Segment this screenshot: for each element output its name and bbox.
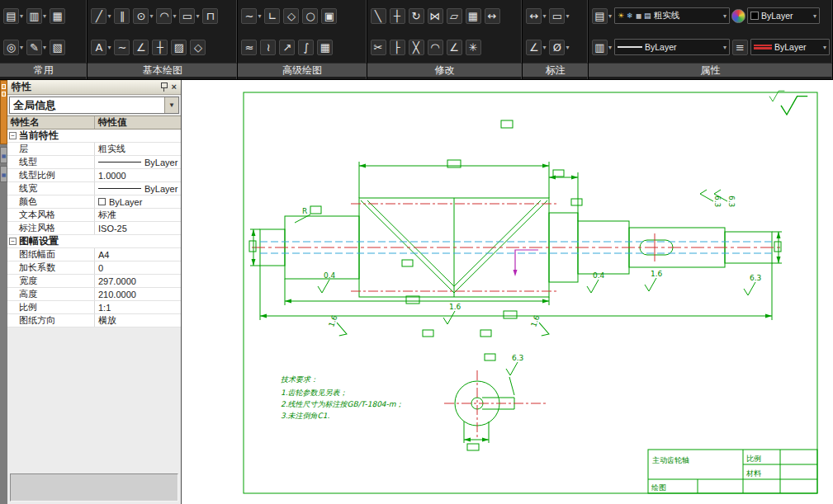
polygon-button[interactable]: ◇ [282,7,300,25]
dropdown-arrow-icon[interactable]: ▾ [107,12,111,20]
ribbon-group-label-dimension[interactable]: 标注 [523,63,588,77]
clipboard-button[interactable]: ▦ [49,7,66,25]
lineweight-button[interactable]: ≡ [731,39,749,56]
parallel-line-button[interactable]: ∥ [113,7,130,25]
property-row-scale[interactable]: 比例 1:1 [7,301,181,314]
ribbon-group-label-modify[interactable]: 修改 [367,63,523,77]
dropdown-arrow-icon[interactable]: ▾ [258,12,261,20]
sheet-set-button[interactable]: ▧ [49,39,66,56]
arrow-button[interactable]: ↗ [278,39,296,56]
formula-button[interactable]: ∫ [297,39,315,56]
mirror-button[interactable]: ⋈ [427,7,444,25]
property-group-header-current[interactable]: − 当前特性 [7,130,181,143]
collapse-icon[interactable]: − [9,238,17,245]
dropdown-arrow-icon[interactable]: ▾ [723,44,727,51]
stretch-button[interactable]: ↔ [484,7,501,25]
property-row-orientation[interactable]: 图纸方向 横放 [7,314,181,327]
layers-button[interactable]: ▤▾ [591,7,613,25]
dropdown-arrow-icon[interactable]: ▾ [608,12,612,20]
rotate-button[interactable]: ↻ [408,7,425,25]
chamfer-button[interactable]: ∠ [132,39,149,56]
scope-select[interactable]: 全局信息 ▼ [9,97,179,114]
table-button[interactable]: ▦ [316,39,334,56]
column-header-value[interactable]: 特性值 [95,116,181,129]
fillet-button[interactable]: ◠ [427,39,444,56]
extend-button[interactable]: ├ [389,39,406,56]
dropdown-arrow-icon[interactable]: ▾ [173,12,176,20]
property-row-dim-style[interactable]: 标注风格 ISO-25 [7,222,181,235]
close-icon[interactable]: × [172,82,177,92]
diameter-dim-button[interactable]: Ø▾ [548,39,570,56]
property-row-lineweight[interactable]: 线宽 ByLayer [7,182,181,195]
property-row-layer[interactable]: 层 粗实线 [7,143,181,156]
property-row-extension-factor[interactable]: 加长系数 0 [7,261,181,275]
dropdown-arrow-icon[interactable]: ▾ [723,12,727,20]
double-wave-button[interactable]: ≀ [259,39,277,56]
dropdown-arrow-icon[interactable]: ▾ [149,12,153,20]
chevron-down-icon[interactable]: ▼ [164,97,178,113]
ribbon-group-label-common[interactable]: 常用 [0,63,87,77]
column-header-name[interactable]: 特性名 [7,116,95,129]
property-row-linetype-scale[interactable]: 线型比例 1.0000 [7,169,181,182]
block-button[interactable]: ▣ [320,7,338,25]
property-row-width[interactable]: 宽度 297.0000 [7,275,181,288]
line-button[interactable]: ╱▾ [90,7,111,25]
array-button[interactable]: ▦ [465,7,482,25]
paste-button[interactable]: ▤▾ [2,7,24,25]
chamfer2-button[interactable]: ∠ [446,39,463,56]
arc-button[interactable]: ◠▾ [155,7,177,25]
color-select[interactable]: ByLayer ▾ [747,7,820,24]
property-row-paper-size[interactable]: 图纸幅面 A4 [7,248,181,261]
property-row-color[interactable]: 颜色 ByLayer [7,195,181,209]
pin-icon[interactable] [161,82,168,92]
trim-button[interactable]: ✂ [370,39,387,56]
break-button[interactable]: ╳ [408,39,425,56]
dropdown-arrow-icon[interactable]: ▾ [823,44,826,51]
ribbon-group-label-basic-draw[interactable]: 基本绘图 [88,63,237,77]
dropdown-arrow-icon[interactable]: ▾ [20,44,23,51]
match-properties-button[interactable]: ▥▾ [591,39,613,56]
leader-button[interactable]: ▭▾ [548,7,570,25]
move-button[interactable]: ┼ [389,7,406,25]
angle-line-button[interactable]: ∟ [263,7,281,25]
dropdown-arrow-icon[interactable]: ▾ [43,12,46,20]
angular-dim-button[interactable]: ∠▾ [525,39,547,56]
layer-select[interactable]: ☀ ❄ ◼ ▤ 粗实线 ▾ [614,7,730,24]
collapse-icon[interactable]: − [9,132,17,139]
ellipse-button[interactable]: ◇ [189,39,206,56]
dropdown-arrow-icon[interactable]: ▾ [566,44,569,51]
hatch-button[interactable]: ▨ [170,39,187,56]
circle-button[interactable]: ⊙▾ [132,7,154,25]
dropdown-arrow-icon[interactable]: ▾ [542,44,546,51]
dropdown-arrow-icon[interactable]: ▾ [107,44,111,51]
polyline-button[interactable]: ⊓ [201,7,219,25]
dropdown-arrow-icon[interactable]: ▾ [542,12,546,20]
linetype-select[interactable]: ByLayer ▾ [614,39,730,55]
dropdown-arrow-icon[interactable]: ▾ [566,12,569,20]
property-row-text-style[interactable]: 文本风格 标准 [7,209,181,222]
property-row-height[interactable]: 高度 210.0000 [7,288,181,301]
text-button[interactable]: A▾ [90,39,111,56]
ellipse2-button[interactable]: ○ [301,7,319,25]
lineweight-select[interactable]: ByLayer ▾ [750,39,830,55]
curve-button[interactable]: ∼▾ [240,7,262,25]
color-wheel-icon[interactable] [731,9,745,23]
property-row-linetype[interactable]: 线型 ByLayer [7,156,181,169]
zoom-button[interactable]: ◎▾ [2,39,24,56]
drawing-area[interactable]: R 0.4 1.6 0.4 1.6 6.3 1.6 1.6 6.3 [182,80,833,504]
ribbon-group-label-properties[interactable]: 属性 [589,63,832,77]
dropdown-arrow-icon[interactable]: ▾ [20,12,23,20]
dropdown-arrow-icon[interactable]: ▾ [813,12,816,20]
erase-button[interactable]: ╲ [370,7,387,25]
spline-button[interactable]: ∼ [113,39,130,56]
scale-button[interactable]: ▱ [446,7,463,25]
dropdown-arrow-icon[interactable]: ▾ [608,44,612,51]
explode-button[interactable]: ✳ [465,39,482,56]
ribbon-group-label-advanced-draw[interactable]: 高级绘图 [238,63,366,77]
property-group-header-sheet[interactable]: − 图幅设置 [7,235,181,248]
wave-line-button[interactable]: ≈ [240,39,258,56]
drawing-canvas[interactable]: R 0.4 1.6 0.4 1.6 6.3 1.6 1.6 6.3 [182,80,833,504]
format-painter-button[interactable]: ✎▾ [26,39,47,56]
sidebar-tab-properties[interactable] [0,80,7,144]
point-button[interactable]: ┼ [151,39,168,56]
